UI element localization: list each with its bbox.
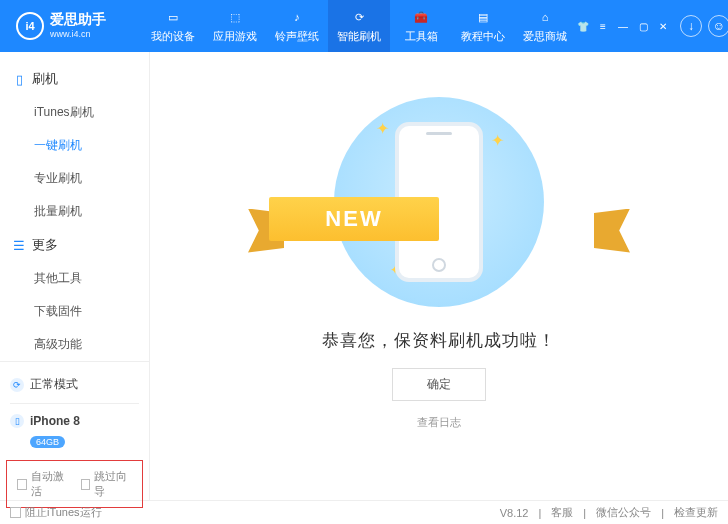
tab-apps[interactable]: ⬚应用游戏 bbox=[204, 0, 266, 52]
logo-icon: i4 bbox=[16, 12, 44, 40]
ok-button[interactable]: 确定 bbox=[392, 368, 486, 401]
sidebar-item-batch-flash[interactable]: 批量刷机 bbox=[0, 195, 149, 228]
sidebar-item-advanced[interactable]: 高级功能 bbox=[0, 328, 149, 361]
maximize-button[interactable]: ▢ bbox=[636, 19, 650, 33]
app-header: i4 爱思助手 www.i4.cn ▭我的设备 ⬚应用游戏 ♪铃声壁纸 ⟳智能刷… bbox=[0, 0, 728, 52]
minimize-button[interactable]: — bbox=[616, 19, 630, 33]
window-controls: 👕 ≡ — ▢ ✕ bbox=[576, 19, 670, 33]
sidebar-item-other-tools[interactable]: 其他工具 bbox=[0, 262, 149, 295]
sidebar-status: ⟳ 正常模式 ▯ iPhone 8 64GB bbox=[0, 361, 149, 456]
success-illustration: ✦ ✦ ✦ NEW bbox=[334, 97, 544, 307]
check-block-itunes[interactable]: 阻止iTunes运行 bbox=[10, 505, 102, 520]
version-label: V8.12 bbox=[500, 507, 529, 519]
tab-tutorials[interactable]: ▤教程中心 bbox=[452, 0, 514, 52]
success-message: 恭喜您，保资料刷机成功啦！ bbox=[322, 329, 556, 352]
sidebar: ▯ 刷机 iTunes刷机 一键刷机 专业刷机 批量刷机 ☰ 更多 其他工具 下… bbox=[0, 52, 150, 500]
check-auto-activate[interactable]: 自动激活 bbox=[17, 469, 69, 499]
device-name[interactable]: ▯ iPhone 8 bbox=[10, 408, 139, 434]
phone-icon: ▭ bbox=[164, 8, 182, 26]
tab-flash[interactable]: ⟳智能刷机 bbox=[328, 0, 390, 52]
tab-ringtones[interactable]: ♪铃声壁纸 bbox=[266, 0, 328, 52]
footer-link-support[interactable]: 客服 bbox=[551, 505, 573, 520]
main-tabs: ▭我的设备 ⬚应用游戏 ♪铃声壁纸 ⟳智能刷机 🧰工具箱 ▤教程中心 ⌂爱思商城 bbox=[142, 0, 576, 52]
sidebar-item-download-firmware[interactable]: 下载固件 bbox=[0, 295, 149, 328]
user-button[interactable]: ☺ bbox=[708, 15, 728, 37]
new-ribbon: NEW bbox=[354, 197, 524, 241]
app-url: www.i4.cn bbox=[50, 29, 91, 39]
footer-link-update[interactable]: 检查更新 bbox=[674, 505, 718, 520]
skin-button[interactable]: 👕 bbox=[576, 19, 590, 33]
music-icon: ♪ bbox=[288, 8, 306, 26]
tab-my-device[interactable]: ▭我的设备 bbox=[142, 0, 204, 52]
menu-button[interactable]: ≡ bbox=[596, 19, 610, 33]
storage-badge: 64GB bbox=[30, 436, 65, 448]
menu-icon: ☰ bbox=[12, 238, 26, 252]
footer-link-wechat[interactable]: 微信公众号 bbox=[596, 505, 651, 520]
app-logo: i4 爱思助手 www.i4.cn bbox=[8, 12, 128, 40]
status-icon: ⟳ bbox=[10, 378, 24, 392]
phone-icon: ▯ bbox=[12, 72, 26, 86]
view-log-link[interactable]: 查看日志 bbox=[417, 415, 461, 430]
book-icon: ▤ bbox=[474, 8, 492, 26]
sidebar-item-oneclick-flash[interactable]: 一键刷机 bbox=[0, 129, 149, 162]
sidebar-group-flash: ▯ 刷机 bbox=[0, 62, 149, 96]
option-checks: 自动激活 跳过向导 bbox=[6, 460, 143, 508]
main-panel: ✦ ✦ ✦ NEW 恭喜您，保资料刷机成功啦！ 确定 查看日志 bbox=[150, 52, 728, 500]
device-icon: ▯ bbox=[10, 414, 24, 428]
app-name: 爱思助手 bbox=[50, 12, 106, 26]
toolbox-icon: 🧰 bbox=[412, 8, 430, 26]
sidebar-item-itunes-flash[interactable]: iTunes刷机 bbox=[0, 96, 149, 129]
sidebar-group-more: ☰ 更多 bbox=[0, 228, 149, 262]
tab-toolbox[interactable]: 🧰工具箱 bbox=[390, 0, 452, 52]
check-skip-guide[interactable]: 跳过向导 bbox=[81, 469, 133, 499]
download-button[interactable]: ↓ bbox=[680, 15, 702, 37]
close-button[interactable]: ✕ bbox=[656, 19, 670, 33]
sidebar-item-pro-flash[interactable]: 专业刷机 bbox=[0, 162, 149, 195]
shop-icon: ⌂ bbox=[536, 8, 554, 26]
apps-icon: ⬚ bbox=[226, 8, 244, 26]
refresh-icon: ⟳ bbox=[350, 8, 368, 26]
device-mode[interactable]: ⟳ 正常模式 bbox=[10, 370, 139, 399]
tab-store[interactable]: ⌂爱思商城 bbox=[514, 0, 576, 52]
